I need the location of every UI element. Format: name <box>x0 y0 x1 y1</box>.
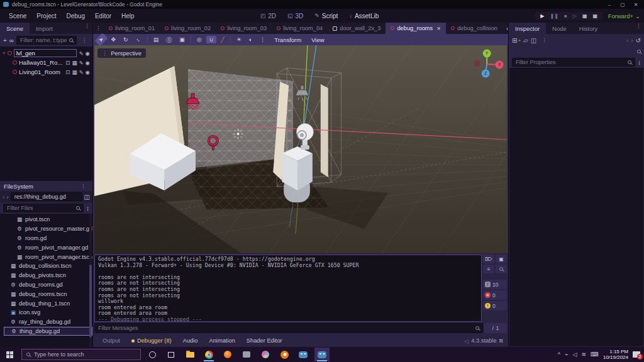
chrome-button[interactable] <box>201 348 216 361</box>
workspace-2d[interactable]: ◰2D <box>256 11 280 21</box>
split-mode-icon[interactable]: ◫ <box>84 194 90 200</box>
movie-mode-button[interactable]: ▦ <box>592 13 597 19</box>
view-menu[interactable]: View <box>307 36 328 44</box>
visibility-icon[interactable]: ◉ <box>86 60 90 66</box>
snap-toggle[interactable]: ∪ <box>206 36 217 43</box>
resource-path-field[interactable]: res://thing_debug.gd <box>11 192 82 201</box>
environment-preview-icon[interactable]: ◐ <box>246 36 255 43</box>
tree-row-living[interactable]: Living01_Room ⊡ ▦ ✎ ◉ <box>1 67 91 77</box>
tab-audio[interactable]: Audio <box>179 336 203 345</box>
ruler-tool[interactable]: ╱ <box>218 36 227 43</box>
transform-menu[interactable]: Transform <box>270 36 306 44</box>
scene-tab[interactable]: living_room_03 <box>216 23 272 34</box>
mute-icon[interactable]: ◁ <box>464 337 469 344</box>
select-tool[interactable]: ➤ <box>94 33 108 47</box>
menu-scene[interactable]: Scene <box>4 11 31 21</box>
error-count-badge[interactable]: ✕ 0 <box>483 290 507 300</box>
cortana-button[interactable] <box>145 348 160 361</box>
sort-files-icon[interactable]: ↕ <box>86 205 89 212</box>
open-in-editor-icon[interactable]: ⊡ <box>65 69 70 75</box>
scene-tab[interactable]: living_room_04 <box>272 23 328 34</box>
open-in-editor-icon[interactable]: ⊡ <box>65 60 70 66</box>
viewport-menu-icon[interactable]: ⋮ <box>257 36 269 43</box>
instance-scene-button[interactable]: ∞ <box>9 37 14 44</box>
script-icon[interactable]: ✎ <box>79 50 83 57</box>
collapse-duplicates-button[interactable]: ≡ <box>483 265 494 273</box>
network-icon[interactable]: ⌁ <box>565 351 568 358</box>
tree-row-hallway[interactable]: Hallway01_Ro... ⊡ ▦ ✎ ◉ <box>1 58 91 67</box>
file-row[interactable]: ▦debug_collision.tscn <box>4 261 92 271</box>
scene-tab[interactable]: door_wall_2x_3 <box>328 23 386 34</box>
file-row[interactable]: ▦pivot.tscn <box>4 215 92 224</box>
workspace-script[interactable]: ✎Script <box>310 11 342 21</box>
file-row[interactable]: ⚙pivot_resource_master.gd <box>4 224 92 234</box>
file-explorer-button[interactable] <box>182 348 197 361</box>
file-row[interactable]: ▦debug_pivots.tscn <box>4 271 92 280</box>
version-label[interactable]: 4.3.stable <box>471 337 496 344</box>
tab-scene[interactable]: Scene <box>0 23 30 34</box>
history-back-icon[interactable]: ‹ <box>626 37 628 44</box>
neg-x-axis-ball[interactable] <box>474 60 480 67</box>
message-count-badge[interactable]: ! 10 <box>483 280 507 289</box>
workspace-assetlib[interactable]: ↓AssetLib <box>345 11 383 21</box>
forward-icon[interactable]: › <box>6 194 8 200</box>
list-select-tool[interactable]: ▤ <box>150 36 162 43</box>
godot-button[interactable] <box>296 348 311 361</box>
save-resource-button[interactable]: ◫ <box>531 37 536 44</box>
instanced-scene-icon[interactable]: ▦ <box>72 60 77 66</box>
taskbar-clock[interactable]: 1:15 PM 10/19/2024 <box>603 349 628 360</box>
taskbar-search[interactable]: Type here to search <box>21 349 141 360</box>
move-tool[interactable]: ✥ <box>108 36 119 43</box>
dock-menu-icon[interactable]: ⋮ <box>633 23 644 34</box>
clear-output-button[interactable]: ⌦ <box>483 255 494 263</box>
sun-preview-icon[interactable]: ☀ <box>233 36 245 43</box>
file-row[interactable]: ▦debug_thing_1.tscn <box>4 299 92 308</box>
notification-icon[interactable]: 2 <box>633 351 640 358</box>
lock-icon[interactable]: 🄋 <box>163 36 175 44</box>
history-icon[interactable]: ↺ <box>636 37 641 44</box>
load-resource-button[interactable]: ▱ <box>523 37 528 44</box>
tab-node[interactable]: Node <box>546 23 573 34</box>
sphere-gizmo-icon[interactable]: ◎ <box>194 36 205 43</box>
keyboard-icon[interactable]: ⌨ <box>591 351 599 358</box>
visibility-icon[interactable]: ◉ <box>86 50 90 57</box>
scene-menu-icon[interactable]: ⋮ <box>79 37 90 43</box>
minimize-button[interactable]: – <box>604 2 614 8</box>
script-icon[interactable]: ✎ <box>79 69 83 75</box>
scene-tab[interactable]: debug_collision <box>446 23 502 34</box>
wifi-icon[interactable]: ≋ <box>581 351 586 358</box>
filesystem-scrollbar[interactable] <box>89 214 92 347</box>
filter-properties-input[interactable]: Filter Properties <box>512 58 635 67</box>
info-count-badge[interactable]: i 1 <box>484 323 507 333</box>
colorful-app-button[interactable] <box>258 348 273 361</box>
scene-tab[interactable]: living_room_01 <box>104 23 160 34</box>
menu-project[interactable]: Project <box>31 11 61 21</box>
menu-editor[interactable]: Editor <box>90 11 116 21</box>
blender-button[interactable] <box>277 348 292 361</box>
node-name-edit[interactable]: lvl_gen <box>14 49 77 57</box>
file-row-selected[interactable]: ⚙thing_debug.gd <box>4 327 92 336</box>
tab-debugger[interactable]: Debugger (8) <box>127 336 176 345</box>
workspace-3d[interactable]: ◱3D <box>283 11 308 21</box>
add-node-button[interactable]: + <box>3 37 7 44</box>
close-button[interactable]: ✕ <box>631 2 641 8</box>
file-row[interactable]: ▣icon.svg <box>4 308 92 317</box>
visibility-icon[interactable]: ◉ <box>86 69 90 75</box>
tree-row-lvl-gen[interactable]: ˅ lvl_gen ✎ ◉ <box>1 48 91 58</box>
3d-viewport[interactable]: Y X Z ⋮ Perspective <box>93 45 508 253</box>
warning-count-badge[interactable]: ! 0 <box>483 301 507 310</box>
rotate-tool[interactable]: ↻ <box>120 36 131 43</box>
new-resource-button[interactable]: ⊞ <box>512 37 517 44</box>
tab-inspector[interactable]: Inspector <box>509 23 546 34</box>
light-sparkle-gizmo[interactable] <box>233 129 243 139</box>
tray-chevron-icon[interactable]: ^ <box>558 351 560 358</box>
maximize-button[interactable]: ▢ <box>618 2 628 8</box>
tab-output[interactable]: Output <box>98 336 125 345</box>
menu-help[interactable]: Help <box>116 11 140 21</box>
tab-shader-editor[interactable]: Shader Editor <box>242 336 287 345</box>
close-tab-icon[interactable]: ✕ <box>436 26 441 31</box>
file-row[interactable]: ⚙debug_rooms.gd <box>4 280 92 290</box>
play-button[interactable]: ▶ <box>540 13 544 19</box>
file-row[interactable]: ⚙room.gd <box>4 234 92 243</box>
menu-debug[interactable]: Debug <box>61 11 89 21</box>
